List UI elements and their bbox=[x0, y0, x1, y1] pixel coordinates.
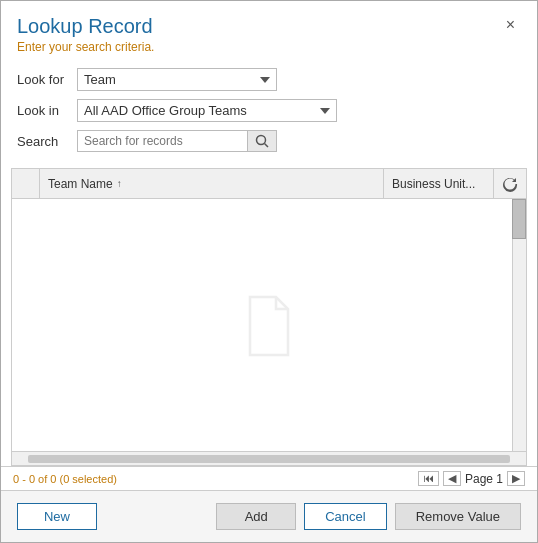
look-in-label: Look in bbox=[17, 103, 77, 118]
svg-line-1 bbox=[265, 144, 269, 148]
refresh-button[interactable] bbox=[494, 169, 526, 198]
record-count: 0 - 0 of 0 (0 selected) bbox=[13, 473, 117, 485]
dialog-title: Lookup Record bbox=[17, 15, 154, 38]
vertical-scrollbar[interactable] bbox=[512, 199, 526, 451]
th-teamname[interactable]: Team Name ↑ bbox=[40, 169, 384, 198]
form-area: Look for Team Look in All AAD Office Gro… bbox=[1, 58, 537, 168]
cancel-button[interactable]: Cancel bbox=[304, 503, 386, 530]
prev-page-button[interactable]: ◀ bbox=[443, 471, 461, 486]
th-checkbox bbox=[12, 169, 40, 198]
pagination: ⏮ ◀ Page 1 ▶ bbox=[418, 471, 525, 486]
look-in-select[interactable]: All AAD Office Group Teams bbox=[77, 99, 337, 122]
next-page-button[interactable]: ▶ bbox=[507, 471, 525, 486]
look-for-label: Look for bbox=[17, 72, 77, 87]
search-button[interactable] bbox=[247, 131, 276, 151]
look-for-row: Look for Team bbox=[17, 68, 521, 91]
search-input-wrap bbox=[77, 130, 277, 152]
scrollbar-thumb[interactable] bbox=[512, 199, 526, 239]
look-for-select[interactable]: Team bbox=[77, 68, 277, 91]
refresh-icon bbox=[502, 176, 518, 192]
look-in-row: Look in All AAD Office Group Teams bbox=[17, 99, 521, 122]
table-body bbox=[12, 199, 526, 451]
lookup-record-dialog: Lookup Record Enter your search criteria… bbox=[0, 0, 538, 543]
search-label: Search bbox=[17, 134, 77, 149]
close-button[interactable]: × bbox=[500, 15, 521, 35]
empty-state-icon bbox=[244, 295, 294, 355]
scrollbar-h-track[interactable] bbox=[28, 455, 510, 463]
dialog-subtitle: Enter your search criteria. bbox=[17, 40, 154, 54]
status-bar: 0 - 0 of 0 (0 selected) ⏮ ◀ Page 1 ▶ bbox=[1, 466, 537, 490]
th-teamname-label: Team Name bbox=[48, 177, 113, 191]
new-button[interactable]: New bbox=[17, 503, 97, 530]
page-label: Page 1 bbox=[465, 472, 503, 486]
footer: New Add Cancel Remove Value bbox=[1, 490, 537, 542]
sort-arrow: ↑ bbox=[117, 178, 122, 189]
horizontal-scrollbar[interactable] bbox=[12, 451, 526, 465]
search-row: Search bbox=[17, 130, 521, 152]
table-section: Team Name ↑ Business Unit... bbox=[11, 168, 527, 466]
table-header: Team Name ↑ Business Unit... bbox=[12, 169, 526, 199]
remove-value-button[interactable]: Remove Value bbox=[395, 503, 521, 530]
search-icon bbox=[255, 134, 269, 148]
svg-point-0 bbox=[257, 136, 266, 145]
first-page-button[interactable]: ⏮ bbox=[418, 471, 439, 486]
title-bar: Lookup Record Enter your search criteria… bbox=[1, 1, 537, 58]
search-input[interactable] bbox=[78, 131, 247, 151]
th-businessunit-label: Business Unit... bbox=[392, 177, 475, 191]
add-button[interactable]: Add bbox=[216, 503, 296, 530]
th-businessunit[interactable]: Business Unit... bbox=[384, 169, 494, 198]
title-section: Lookup Record Enter your search criteria… bbox=[17, 15, 154, 54]
